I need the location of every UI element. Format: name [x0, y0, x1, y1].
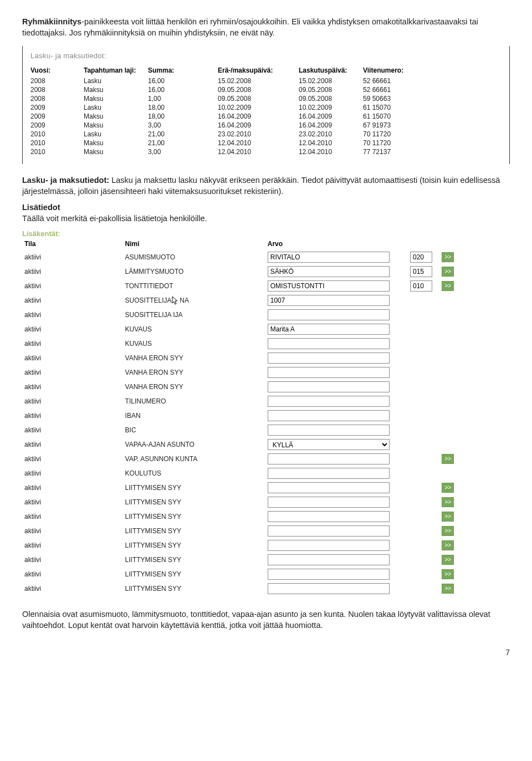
- lisa-cell-nimi: VANHA ERON SYY: [123, 380, 265, 394]
- payments-cell-vuosi: 2008: [30, 76, 84, 85]
- lisa-input-arvo[interactable]: [268, 381, 390, 392]
- payments-cell-laji: Maksu: [84, 85, 148, 94]
- lisa-cell-btn: [439, 336, 460, 351]
- table-row: aktiiviIBAN: [22, 408, 460, 423]
- lisa-input-arvo[interactable]: [268, 353, 390, 364]
- lisa-input-arvo[interactable]: [268, 309, 390, 320]
- payments-th-laji: Tapahtuman laji:: [84, 65, 148, 76]
- intro-paragraph: Ryhmäkiinnitys-painikkeesta voit liittää…: [22, 17, 510, 38]
- payments-cell-era: 15.02.2008: [218, 76, 299, 85]
- lisa-cell-nimi: KOULUTUS: [123, 466, 265, 481]
- payments-th-lpv: Laskutuspäivä:: [299, 65, 363, 76]
- lisa-input-arvo[interactable]: [268, 295, 390, 306]
- lisa-input-arvo[interactable]: [268, 497, 390, 508]
- table-row: aktiiviVANHA ERON SYY: [22, 380, 460, 394]
- lisa-cell-tila: aktiivi: [22, 423, 123, 437]
- lisa-cell-tila: aktiivi: [22, 408, 123, 423]
- payments-description: Lasku- ja maksutiedot: Lasku ja maksettu…: [22, 175, 510, 197]
- lisa-input-arvo[interactable]: [268, 252, 390, 263]
- go-button[interactable]: >>: [442, 526, 454, 536]
- lisa-input-arvo[interactable]: [268, 410, 390, 421]
- lisa-cell-tila: aktiivi: [22, 495, 123, 509]
- go-button[interactable]: >>: [442, 555, 454, 565]
- lisa-input-arvo[interactable]: [268, 266, 390, 277]
- lisa-cell-arvo: [265, 481, 408, 495]
- lisa-cell-nimi: TILINUMERO: [123, 394, 265, 408]
- table-row: 2008Maksu16,0009.05.200809.05.200852 666…: [30, 85, 416, 94]
- go-button[interactable]: >>: [442, 540, 454, 550]
- lisa-input-arvo[interactable]: [268, 367, 390, 378]
- payments-cell-vuosi: 2009: [30, 112, 84, 121]
- lisa-cell-arvo: [265, 553, 408, 567]
- go-button[interactable]: >>: [442, 252, 454, 262]
- go-button[interactable]: >>: [442, 281, 454, 291]
- lisa-input-code[interactable]: [410, 280, 432, 292]
- go-button[interactable]: >>: [442, 483, 454, 493]
- lisa-cell-code: [408, 452, 439, 466]
- go-button[interactable]: >>: [442, 584, 454, 594]
- table-row: aktiiviLIITTYMISEN SYY>>: [22, 581, 460, 596]
- lisa-cell-tila: aktiivi: [22, 524, 123, 538]
- lisa-cell-arvo: [265, 495, 408, 509]
- lisa-cell-arvo: [265, 394, 408, 408]
- lisa-cell-btn: [439, 423, 460, 437]
- payments-cell-lpv: 10.02.2009: [299, 103, 363, 112]
- go-button[interactable]: >>: [442, 454, 454, 464]
- go-button[interactable]: >>: [442, 569, 454, 579]
- table-row: aktiiviVANHA ERON SYY: [22, 365, 460, 380]
- lisa-input-arvo[interactable]: [268, 554, 390, 565]
- lisa-cell-nimi: BIC: [123, 423, 265, 437]
- lisakentat-table: Tila Nimi Arvo aktiiviASUMISMUOTO>>aktii…: [22, 238, 460, 596]
- lisa-input-arvo[interactable]: [268, 338, 390, 349]
- table-row: 2009Lasku18,0010.02.200910.02.200961 150…: [30, 103, 416, 112]
- lisa-cell-arvo: [265, 567, 408, 581]
- lisa-cell-tila: aktiivi: [22, 481, 123, 495]
- lisa-cell-arvo: [265, 466, 408, 481]
- lisa-cell-code: [408, 481, 439, 495]
- lisa-cell-nimi: LIITTYMISEN SYY: [123, 509, 265, 524]
- table-row: aktiiviTILINUMERO: [22, 394, 460, 408]
- payments-cell-viite: 70 11720: [363, 139, 416, 147]
- lisa-input-code[interactable]: [410, 252, 432, 263]
- lisa-cell-btn: >>: [439, 481, 460, 495]
- lisa-cell-code: [408, 394, 439, 408]
- lisa-cell-btn: [439, 437, 460, 452]
- lisa-input-code[interactable]: [410, 266, 432, 277]
- payments-cell-laji: Maksu: [84, 121, 148, 130]
- lisa-input-arvo[interactable]: [268, 540, 390, 551]
- lisa-input-arvo[interactable]: [268, 396, 390, 407]
- lisa-cell-nimi: SUOSITTELIJA IJA: [123, 308, 265, 322]
- lisa-input-arvo[interactable]: [268, 583, 390, 594]
- go-button[interactable]: >>: [442, 497, 454, 507]
- lisa-cell-code: [408, 293, 439, 308]
- lisa-cell-nimi: LIITTYMISEN SYY: [123, 553, 265, 567]
- lisa-cell-arvo: [265, 293, 408, 308]
- lisa-input-arvo[interactable]: [268, 569, 390, 580]
- lisa-input-arvo[interactable]: [268, 324, 390, 335]
- lisa-input-arvo[interactable]: [268, 453, 390, 464]
- payments-cell-vuosi: 2010: [30, 139, 84, 147]
- lisa-cell-btn: >>: [439, 553, 460, 567]
- lisa-cell-tila: aktiivi: [22, 538, 123, 553]
- intro-rest: -painikkeesta voit liittää henkilön eri …: [22, 17, 478, 37]
- lisa-input-arvo[interactable]: [268, 468, 390, 479]
- go-button[interactable]: >>: [442, 267, 454, 277]
- lisa-cell-code: [408, 509, 439, 524]
- go-button[interactable]: >>: [442, 512, 454, 522]
- payments-cell-lpv: 09.05.2008: [299, 85, 363, 94]
- lisa-cell-nimi: LIITTYMISEN SYY: [123, 524, 265, 538]
- lisa-input-arvo[interactable]: [268, 482, 390, 493]
- lisa-cell-btn: >>: [439, 279, 460, 293]
- intro-bold: Ryhmäkiinnitys: [22, 17, 81, 26]
- payments-cell-era: 10.02.2009: [218, 103, 299, 112]
- lisa-input-arvo[interactable]: [268, 425, 390, 436]
- lisa-cell-code: [408, 380, 439, 394]
- table-row: 2010Maksu3,0012.04.201012.04.201077 7213…: [30, 147, 416, 156]
- lisa-cell-arvo: [265, 581, 408, 596]
- lisa-select-arvo[interactable]: KYLLÄ: [268, 439, 390, 450]
- lisa-input-arvo[interactable]: [268, 525, 390, 537]
- lisa-cell-arvo: KYLLÄ: [265, 437, 408, 452]
- lisa-input-arvo[interactable]: [268, 280, 390, 292]
- lisa-input-arvo[interactable]: [268, 511, 390, 522]
- lisa-cell-arvo: [265, 452, 408, 466]
